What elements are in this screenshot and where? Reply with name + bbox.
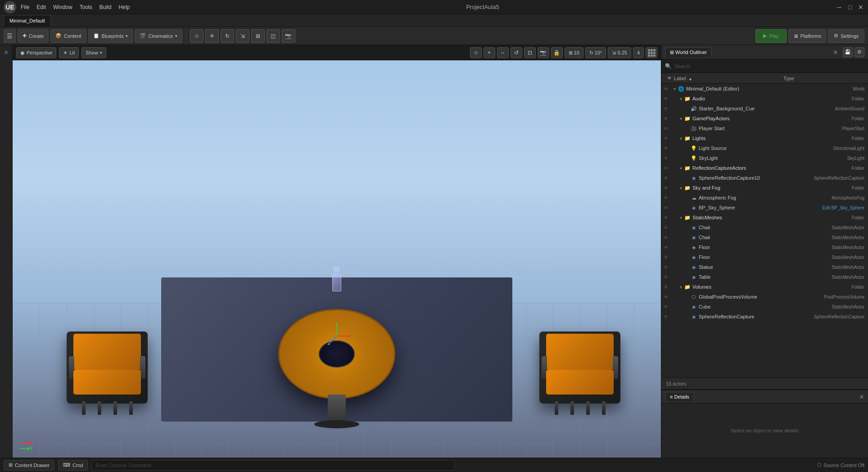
- blueprints-button[interactable]: 📋 Blueprints ▾: [88, 29, 133, 43]
- cmd-button[interactable]: ⌨ Cmd: [58, 460, 88, 471]
- vp-grid-size[interactable]: ⊞ 10: [565, 47, 583, 58]
- menu-window[interactable]: Window: [53, 4, 72, 10]
- visibility-eye[interactable]: 👁: [661, 136, 670, 141]
- outliner-save-button[interactable]: 💾: [843, 47, 853, 57]
- visibility-eye[interactable]: 👁: [661, 265, 670, 270]
- expand-icon[interactable]: ▾: [678, 166, 684, 171]
- visibility-eye[interactable]: 👁: [661, 176, 670, 181]
- tree-item[interactable]: 👁◈StatueStaticMeshActor: [661, 262, 868, 272]
- settings-button[interactable]: ⚙ Settings: [828, 29, 864, 43]
- visibility-eye[interactable]: 👁: [661, 116, 670, 121]
- visibility-eye[interactable]: 👁: [661, 235, 670, 240]
- vp-rotation-snap[interactable]: ↻ 10°: [585, 47, 606, 58]
- platforms-button[interactable]: 🖥 Platforms: [788, 29, 826, 43]
- tree-item[interactable]: 👁◈SphereReflectionCapture10SphereReflect…: [661, 173, 868, 183]
- content-drawer-button[interactable]: ⊞ Content Drawer: [4, 460, 54, 471]
- visibility-eye[interactable]: 👁: [661, 225, 670, 230]
- visibility-eye[interactable]: 👁: [661, 126, 670, 131]
- translate-tool[interactable]: ✛: [205, 29, 219, 43]
- viewport-lit-button[interactable]: ☀ Lit: [59, 47, 79, 58]
- tree-item[interactable]: 👁💡Light SourceDirectionalLight: [661, 143, 868, 153]
- viewport[interactable]: ◉ Perspective ☀ Lit Show ▾ ⊹ + ↔ ↺ ⊡ 📷 🔒: [13, 45, 661, 458]
- tree-item[interactable]: 👁▾📁LightsFolder: [661, 133, 868, 143]
- visibility-eye[interactable]: 👁: [661, 166, 670, 171]
- scene-3d[interactable]: X Y: [13, 60, 661, 458]
- search-input[interactable]: [674, 64, 864, 69]
- menu-file[interactable]: File: [21, 4, 29, 10]
- visibility-eye[interactable]: 👁: [661, 245, 670, 250]
- menu-edit[interactable]: Edit: [36, 4, 46, 10]
- expand-icon[interactable]: ▾: [671, 86, 678, 91]
- expand-icon[interactable]: ▾: [678, 186, 684, 191]
- tree-item[interactable]: 👁⬡GlobalPostProcessVolumePostProcessVolu…: [661, 292, 868, 302]
- select-tool[interactable]: ⊹: [190, 29, 203, 43]
- rotate-tool[interactable]: ↻: [221, 29, 234, 43]
- tree-item[interactable]: 👁🔊Starter_Background_CueAmbientSound: [661, 104, 868, 113]
- tree-item[interactable]: 👁◈ChairStaticMeshActor: [661, 232, 868, 242]
- panel-toggle-button[interactable]: ☰: [4, 29, 16, 43]
- content-button[interactable]: 📦 Content: [50, 29, 86, 43]
- menu-help[interactable]: Help: [118, 4, 130, 10]
- visibility-eye[interactable]: 👁: [661, 106, 670, 111]
- scale-tool[interactable]: ⇲: [236, 29, 249, 43]
- tree-item-type[interactable]: Edit BP_Sky_Sphere: [783, 205, 864, 210]
- tree-item[interactable]: 👁🎥Player StartPlayerStart: [661, 123, 868, 133]
- camera-tool[interactable]: 📷: [282, 29, 295, 43]
- left-sidebar-toggle[interactable]: ≡: [1, 47, 12, 58]
- source-control[interactable]: ⬡ Source Control Off: [817, 462, 864, 468]
- tree-item[interactable]: 👁▾📁Sky and FogFolder: [661, 183, 868, 193]
- expand-icon[interactable]: ▾: [678, 136, 684, 141]
- vp-select-mode[interactable]: ⊹: [470, 47, 482, 58]
- visibility-eye[interactable]: 👁: [661, 215, 670, 220]
- visibility-eye[interactable]: 👁: [661, 285, 670, 290]
- viewport-show-button[interactable]: Show ▾: [81, 47, 106, 58]
- transform-tool[interactable]: ⊞: [251, 29, 265, 43]
- tree-item[interactable]: 👁☁Atmospheric FogAtmosphericFog: [661, 193, 868, 203]
- visibility-eye[interactable]: 👁: [661, 146, 670, 151]
- tree-item[interactable]: 👁💡SkyLightSkyLight: [661, 153, 868, 163]
- visibility-eye[interactable]: 👁: [661, 86, 670, 91]
- tree-item[interactable]: 👁▾🌐Minimal_Default (Editor)World: [661, 84, 868, 94]
- outliner-settings-button[interactable]: ⚙: [854, 47, 864, 57]
- tree-item[interactable]: 👁▾📁GamePlayActorsFolder: [661, 113, 868, 123]
- visibility-eye[interactable]: 👁: [661, 205, 670, 210]
- outliner-close-button[interactable]: ✕: [833, 49, 838, 56]
- outliner-tab[interactable]: ⊞ World Outliner: [665, 47, 712, 57]
- tree-item[interactable]: 👁▾📁AudioFolder: [661, 94, 868, 104]
- visibility-eye[interactable]: 👁: [661, 295, 670, 300]
- vp-snap-mode[interactable]: ↔: [497, 47, 509, 58]
- menu-tools[interactable]: Tools: [80, 4, 92, 10]
- vp-place-mode[interactable]: +: [484, 47, 495, 58]
- visibility-eye[interactable]: 👁: [661, 195, 670, 200]
- expand-icon[interactable]: ▾: [678, 215, 684, 220]
- tree-item[interactable]: 👁◈FloorStaticMeshActor: [661, 242, 868, 252]
- visibility-eye[interactable]: 👁: [661, 255, 670, 260]
- console-input[interactable]: [91, 460, 455, 471]
- visibility-eye[interactable]: 👁: [661, 275, 670, 280]
- visibility-eye[interactable]: 👁: [661, 186, 670, 191]
- vp-num[interactable]: 4: [633, 47, 644, 58]
- maximize-button[interactable]: □: [846, 4, 854, 11]
- visibility-eye[interactable]: 👁: [661, 156, 670, 161]
- tree-item[interactable]: 👁▾📁StaticMeshesFolder: [661, 213, 868, 222]
- details-tab[interactable]: ≡ Details: [665, 392, 694, 401]
- vp-scale-snap[interactable]: ⇲ 0.25: [608, 47, 631, 58]
- expand-icon[interactable]: ▾: [678, 96, 684, 101]
- vp-grid-view[interactable]: [646, 47, 657, 58]
- tree-item[interactable]: 👁▾📁ReflectionCaptureActorsFolder: [661, 163, 868, 173]
- visibility-eye[interactable]: 👁: [661, 314, 670, 319]
- menu-build[interactable]: Build: [99, 4, 112, 10]
- create-button[interactable]: ✚ Create: [18, 29, 49, 43]
- tree-item[interactable]: 👁◈BP_Sky_SphereEdit BP_Sky_Sphere: [661, 203, 868, 213]
- minimize-button[interactable]: ─: [836, 4, 843, 11]
- expand-icon[interactable]: ▾: [678, 116, 684, 121]
- vp-rotate-mode[interactable]: ↺: [511, 47, 522, 58]
- visibility-eye[interactable]: 👁: [661, 96, 670, 101]
- tab-minimal-default[interactable]: Minimal_Default: [4, 15, 51, 27]
- tree-item[interactable]: 👁◈SphereReflectionCaptureSphereReflectio…: [661, 312, 868, 322]
- vp-scale-mode[interactable]: ⊡: [524, 47, 536, 58]
- snap-tool[interactable]: ◫: [267, 29, 280, 43]
- expand-icon[interactable]: ▾: [678, 285, 684, 290]
- play-button[interactable]: ▶ Play: [755, 29, 786, 43]
- visibility-eye[interactable]: 👁: [661, 304, 670, 309]
